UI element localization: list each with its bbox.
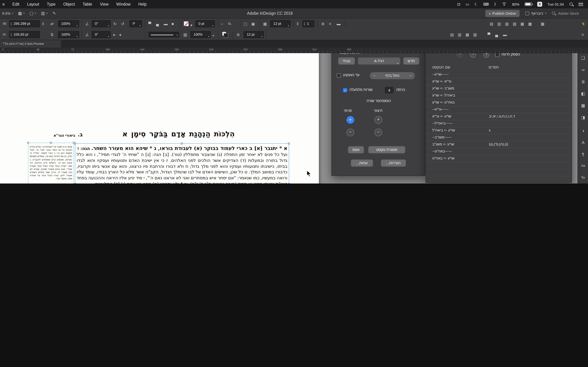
stroke-style-dropdown[interactable]: ▾ — [148, 32, 179, 37]
quick-apply-icon[interactable]: ↯ — [582, 21, 585, 26]
list-item[interactable]: שו"ע -> באה"ט — [426, 155, 571, 162]
control-center-icon[interactable] — [579, 3, 583, 6]
scale-x-dropdown[interactable]: 100%▾ — [58, 20, 79, 27]
rotation-angle-dropdown[interactable]: 0°▾ — [92, 20, 111, 27]
distribute-center-icon[interactable]: ▬ — [503, 32, 507, 37]
flip-vertical-icon[interactable]: ⇅ — [50, 32, 53, 37]
flip-both-icon[interactable]: ▸ — [113, 32, 115, 37]
horizontal-ruler[interactable]: 0 36 72 108 144 180 216 252 288 324 360 — [0, 48, 588, 53]
pause-report-checkbox[interactable] — [495, 53, 500, 57]
menu-item-window[interactable]: Window — [112, 2, 134, 6]
justify-left-icon[interactable]: ▤ — [450, 32, 454, 37]
list-item[interactable]: ביאה"ל -> שו"ע — [426, 92, 571, 99]
height-field[interactable]: 106.83 pt — [9, 31, 40, 38]
stepper-down-icon[interactable] — [10, 25, 12, 25]
leading-dropdown[interactable]: 12 pt▾ — [244, 31, 264, 38]
shulchan-aruch-text[interactable]: א * יתגבר [א] ב כארי לעמוד בבוקר (א) לעב… — [77, 145, 287, 184]
flip-both-icon-2[interactable]: ◂ — [119, 32, 121, 37]
text-wrap-on-icon[interactable]: ▣ — [251, 21, 255, 26]
outer-remove-button[interactable]: − — [374, 129, 382, 136]
settings-button[interactable]: הגדרות... — [381, 159, 406, 167]
align-bottom-edges-icon[interactable]: ▩ — [528, 21, 532, 26]
chevron-down-icon[interactable]: ▾ — [190, 23, 192, 28]
gradient-panel-icon[interactable]: ◨ — [578, 115, 588, 120]
start-page-stepper[interactable]: − החל בדף − — [370, 72, 415, 79]
tint-dropdown[interactable]: 100%▾ — [190, 31, 211, 38]
shear-angle-dropdown[interactable]: 0°▾ — [92, 31, 111, 38]
align-justify-icon[interactable]: ■ — [172, 21, 174, 26]
list-item[interactable]: --גר"א------ — [426, 106, 571, 113]
flip-horizontal-icon[interactable]: ⇄ — [50, 21, 53, 26]
baseline-spacing-dropdown[interactable]: 12 pt▾ — [270, 20, 291, 27]
swatches-panel-icon[interactable]: ▦ — [578, 103, 588, 108]
current-button[interactable]: נוכחי — [338, 57, 355, 65]
bluetooth-icon[interactable]: ᛒ — [494, 2, 496, 6]
stepper-up-icon[interactable] — [10, 33, 12, 34]
publish-online-button[interactable]: ▴Publish Online — [485, 10, 520, 17]
menu-item-file[interactable]: e — [0, 2, 9, 6]
list-item[interactable]: גר"א -> שו"ע — [426, 78, 571, 85]
align-top-icon[interactable]: ▀ — [148, 21, 151, 26]
list-item[interactable]: --ביאה"ל------ — [426, 120, 571, 127]
minus-icon[interactable]: − — [373, 72, 375, 79]
menu-item-type[interactable]: Type — [43, 2, 60, 6]
baseline-grid-icon[interactable]: ▦ — [263, 21, 267, 26]
text-wrap-off-icon[interactable]: ▢ — [244, 21, 247, 26]
stroke-weight-dropdown[interactable]: 0 pt▾ — [195, 20, 215, 27]
align-vertical-centers-icon[interactable]: ▦ — [520, 21, 524, 26]
stepper-down-icon[interactable] — [304, 25, 305, 25]
wifi-icon[interactable] — [502, 2, 507, 6]
document-page[interactable]: ב. הִלְכּוֹת הַנְהָגַת אָדָם בַּבֹּקֶר ס… — [0, 53, 319, 184]
corner-options-icon[interactable]: ⌐ — [221, 21, 224, 26]
rotate-clockwise-button[interactable]: ↻ — [113, 21, 117, 26]
other-button[interactable]: אחות... — [351, 159, 373, 167]
constrain-proportions-icon[interactable]: ∞ — [41, 22, 46, 25]
chevron-right-icon[interactable]: ▸ — [213, 33, 214, 38]
adobe-stock-search[interactable]: Adobe Stock — [552, 11, 579, 15]
align-center-icon[interactable]: ▬ — [164, 21, 168, 26]
stroke-panel-icon[interactable]: ≣ — [578, 79, 588, 84]
keyboard-icon[interactable]: ⌨ — [483, 2, 489, 7]
scale-y-dropdown[interactable]: 100%▾ — [58, 31, 79, 38]
distribute-icon[interactable]: ▦ — [541, 21, 545, 26]
reset-button[interactable]: אפס — [348, 146, 364, 153]
links-panel-icon[interactable]: ∞ — [578, 67, 588, 72]
width-field[interactable]: 286.299 pt — [9, 20, 40, 27]
layers-panel-icon[interactable]: ❏ — [578, 56, 588, 60]
menu-item-help[interactable]: Help — [134, 2, 150, 6]
new-button[interactable]: חדש — [403, 57, 419, 65]
distribute-bottom-icon[interactable]: ▄ — [495, 32, 498, 37]
lines-above-field[interactable]: 4 — [385, 87, 393, 93]
justify-right-icon[interactable]: ▦ — [466, 32, 469, 37]
list-item[interactable]: --משנ"ב------ — [426, 134, 571, 141]
stepper-up-icon[interactable] — [304, 22, 305, 23]
menu-item-edit[interactable]: Edit — [9, 2, 23, 6]
rule-icon[interactable]: ▬ — [337, 21, 341, 26]
paragraph-direction-button[interactable]: P▾ — [130, 20, 142, 27]
screen-mirroring-icon[interactable]: ⊡ — [457, 2, 460, 7]
style-dropdown[interactable]: A-רגיל▾ — [358, 57, 400, 65]
list-item[interactable]: שו"ע -> ביאה"לג — [426, 127, 571, 134]
menu-item-layout[interactable]: Layout — [23, 2, 43, 6]
workspace-switcher[interactable]: ניובראף▾ — [526, 11, 546, 15]
list-item[interactable]: שו"ע -> גר"אד,ה,ו,ז,ח,ט,י,יא,יב — [426, 113, 571, 120]
menu-bar-clock[interactable]: Tue 01:34 — [547, 2, 564, 6]
adjust-panel-icon[interactable]: ◑ — [578, 128, 588, 133]
align-right-edges-icon[interactable]: ▧ — [505, 21, 509, 26]
rotate-counterclockwise-button[interactable]: ↺ — [121, 21, 124, 26]
list-item[interactable]: שו"ע -> משנ"ב(ג),(ד),(ה),(ו) — [426, 141, 571, 148]
document-tab[interactable]: *"משנ"ב [אור"ח סימן א'].Preview — [0, 40, 62, 48]
list-view-icon[interactable]: ≣ — [321, 21, 324, 26]
lines-above-checkbox[interactable]: ✓ — [343, 88, 347, 92]
menu-item-view[interactable]: View — [96, 2, 112, 6]
columns-field[interactable]: 1 — [303, 20, 314, 27]
display-icon[interactable]: ▭ — [466, 2, 469, 7]
justify-full-icon[interactable]: ▧ — [473, 32, 477, 37]
minus-icon[interactable]: − — [409, 72, 412, 79]
menu-item-table[interactable]: Table — [79, 2, 96, 6]
stepper-up-icon[interactable] — [10, 22, 12, 23]
do-not-disturb-icon[interactable]: ☾ — [475, 2, 478, 7]
spotlight-search-icon[interactable] — [569, 2, 573, 6]
align-horizontal-centers-icon[interactable]: ▥ — [497, 21, 501, 26]
color-panel-icon[interactable]: ◧ — [578, 91, 588, 96]
